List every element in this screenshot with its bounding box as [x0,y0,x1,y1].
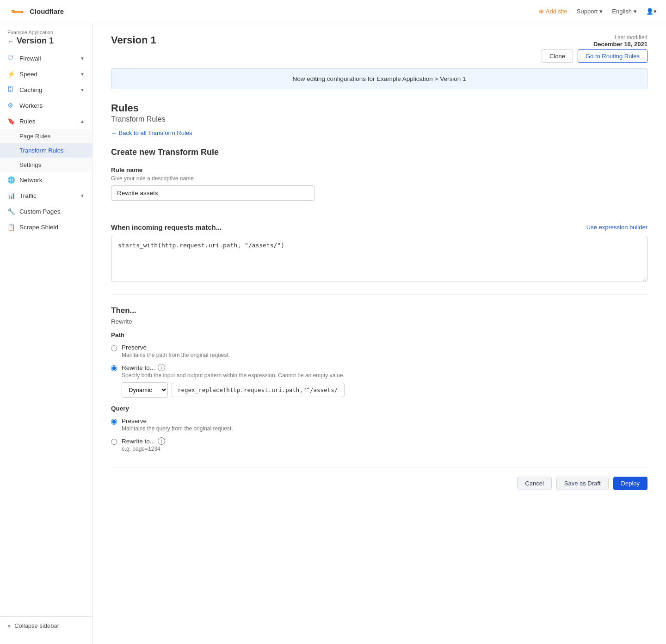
when-section: When incoming requests match... Use expr… [111,223,648,283]
support-link[interactable]: Support ▾ [577,8,603,15]
chevron-down-icon: ▼ [80,87,85,92]
collapse-icon: « [7,622,11,629]
sidebar-item-firewall[interactable]: 🛡 Firewall ▼ [0,50,92,66]
traffic-icon: 📊 [7,192,15,199]
rewrite-to-label: Rewrite to... i [122,364,345,371]
use-expression-builder-button[interactable]: Use expression builder [586,224,648,231]
query-rewrite-info-icon[interactable]: i [158,437,165,445]
rules-section: Rules Transform Rules ← Back to all Tran… [111,102,648,490]
when-section-header: When incoming requests match... Use expr… [111,223,648,231]
rules-submenu: Page Rules Transform Rules Settings [0,129,92,172]
sidebar-item-speed[interactable]: ⚡ Speed ▼ [0,66,92,82]
clone-button[interactable]: Clone [542,49,573,63]
back-arrow[interactable]: ← [7,37,14,45]
language-selector[interactable]: English ▾ [612,8,637,15]
rules-title: Rules [111,102,648,114]
query-radio-group: Preserve Maintains the query from the or… [111,417,648,452]
network-icon: 🌐 [7,176,15,184]
rule-name-hint: Give your rule a descriptive name [111,175,648,182]
rules-subtitle: Transform Rules [111,115,648,123]
rules-icon: 🔖 [7,117,15,125]
path-preserve-radio[interactable] [111,345,117,351]
page-layout: Example Application ← Version 1 🛡 Firewa… [0,23,666,644]
sidebar: Example Application ← Version 1 🛡 Firewa… [0,23,92,644]
topnav: Cloudflare ⊕ Add site Support ▾ English … [0,0,666,23]
chevron-down-icon: ▼ [80,72,85,77]
scrape-shield-icon: 📋 [7,223,15,231]
rule-name-input[interactable] [111,185,314,201]
rule-name-label: Rule name [111,166,648,173]
divider-1 [111,212,648,212]
query-rewrite-radio[interactable] [111,439,117,445]
deploy-button[interactable]: Deploy [613,477,648,490]
caching-icon: 🗄 [7,86,15,93]
path-label: Path [111,331,648,338]
sidebar-item-transform-rules[interactable]: Transform Rules [0,143,92,158]
query-rewrite-hint: e.g. page=1234 [122,446,165,452]
expression-textarea[interactable]: starts_with(http.request.uri.path, "/ass… [111,236,648,282]
sidebar-item-custom-pages[interactable]: 🔧 Custom Pages [0,203,92,219]
rewrite-label: Rewrite [111,318,648,325]
sidebar-item-workers[interactable]: ⚙ Workers [0,98,92,113]
page-title: Version 1 [111,34,156,46]
info-banner: Now editing configurations for Example A… [111,68,648,89]
save-as-draft-button[interactable]: Save as Draft [556,477,609,490]
dynamic-select[interactable]: Dynamic [122,382,168,398]
speed-icon: ⚡ [7,70,15,78]
then-section: Then... Rewrite Path Preserve Maintains … [111,306,648,452]
user-menu[interactable]: 👤▾ [646,8,657,15]
query-rewrite-label: Rewrite to... i [122,437,165,445]
sidebar-item-caching[interactable]: 🗄 Caching ▼ [0,82,92,98]
chevron-down-icon: ▾ [599,8,603,15]
sidebar-header: Example Application ← Version 1 [0,23,92,50]
rewrite-value-input[interactable] [172,383,345,397]
when-title: When incoming requests match... [111,223,222,231]
sidebar-item-traffic[interactable]: 📊 Traffic ▼ [0,188,92,203]
query-label: Query [111,405,648,412]
workers-icon: ⚙ [7,102,15,109]
path-rewrite-radio[interactable] [111,365,117,371]
query-preserve-desc: Maintains the query from the original re… [122,425,233,432]
query-preserve-label: Preserve [122,417,233,424]
query-preserve-radio[interactable] [111,419,117,425]
rewrite-to-desc: Specify both the input and output patter… [122,372,345,379]
header-right: Last modified December 10, 2021 Clone Go… [542,34,648,63]
go-routing-rules-button[interactable]: Go to Routing Rules [578,49,648,63]
rule-name-group: Rule name Give your rule a descriptive n… [111,166,648,201]
path-preserve-option: Preserve Maintains the path from the ori… [111,344,648,358]
form-title: Create new Transform Rule [111,147,648,157]
chevron-down-icon: ▾ [634,8,637,15]
add-site-button[interactable]: ⊕ Add site [539,8,567,15]
collapse-sidebar-button[interactable]: « Collapse sidebar [0,616,92,635]
chevron-down-icon: ▼ [80,193,85,198]
sidebar-item-network[interactable]: 🌐 Network [0,172,92,188]
sidebar-item-rules[interactable]: 🔖 Rules ▲ [0,113,92,129]
sidebar-item-settings[interactable]: Settings [0,158,92,172]
app-name: Example Application [7,30,85,35]
rewrite-to-info-icon[interactable]: i [158,364,165,371]
cancel-button[interactable]: Cancel [517,477,551,490]
preserve-label: Preserve [122,344,230,351]
firewall-icon: 🛡 [7,55,15,62]
sidebar-item-page-rules[interactable]: Page Rules [0,129,92,143]
preserve-desc: Maintains the path from the original req… [122,352,230,358]
path-rewrite-option: Rewrite to... i Specify both the input a… [111,364,648,398]
last-modified: Last modified December 10, 2021 [542,34,648,48]
sidebar-item-scrape-shield[interactable]: 📋 Scrape Shield [0,219,92,235]
svg-point-1 [12,10,14,12]
chevron-up-icon: ▲ [80,119,85,124]
back-to-transform-rules-link[interactable]: ← Back to all Transform Rules [111,129,192,136]
chevron-down-icon: ▼ [80,56,85,61]
query-preserve-option: Preserve Maintains the query from the or… [111,417,648,432]
query-rewrite-option: Rewrite to... i e.g. page=1234 [111,437,648,452]
path-radio-group: Preserve Maintains the path from the ori… [111,344,648,398]
sidebar-nav: 🛡 Firewall ▼ ⚡ Speed ▼ 🗄 Caching ▼ [0,50,92,616]
then-title: Then... [111,306,648,315]
user-icon: 👤▾ [646,8,657,15]
main-content: Version 1 Last modified December 10, 202… [92,23,666,644]
logo-area: Cloudflare [9,6,64,17]
plus-icon: ⊕ [539,8,544,15]
page-header: Version 1 Last modified December 10, 202… [111,34,648,63]
logo-text: Cloudflare [30,7,64,15]
header-actions: Clone Go to Routing Rules [542,49,648,63]
